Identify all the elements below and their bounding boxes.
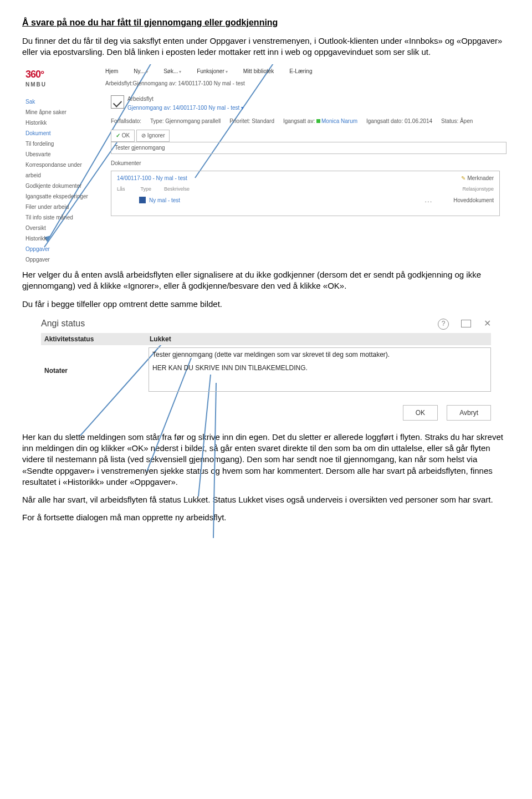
- paragraph-4: Her kan du slette meldingen som står fra…: [22, 432, 510, 488]
- sidebar-historikk-bot[interactable]: Historikk: [25, 233, 98, 244]
- sidebar-mine-apne-saker[interactable]: Mine åpne saker: [25, 107, 98, 117]
- note-icon: ✎: [461, 175, 466, 181]
- nav-funksjoner[interactable]: Funksjoner▾: [197, 68, 227, 75]
- row-actions-icon[interactable]: ...: [425, 197, 433, 204]
- sidebar-oversikt[interactable]: Oversikt: [25, 223, 98, 233]
- paragraph-2: Her velger du å enten avslå arbeidsflyte…: [22, 269, 510, 292]
- word-file-icon: [139, 197, 146, 203]
- dialog-avbryt-button[interactable]: Avbryt: [447, 405, 491, 421]
- workflow-label: Arbeidsflyt: [127, 95, 154, 103]
- dokumenter-panel: 14/00117-100 - Ny mal - test ✎ Merknader…: [111, 171, 500, 216]
- workflow-meta-row: Forfallsdato: Type: Gjennomgang parallel…: [111, 117, 473, 125]
- merknader-link[interactable]: ✎ Merknader: [461, 175, 494, 182]
- paragraph-3: Du får i begge tilfeller opp omtrent det…: [22, 299, 510, 310]
- sidebar-igangsatte[interactable]: Igangsatte ekspederinger: [25, 191, 98, 202]
- paragraph-1: Du finner det du får til deg via saksfly…: [22, 35, 510, 58]
- ok-button[interactable]: ✓ OK: [111, 130, 135, 142]
- sidebar-korrespondanse[interactable]: Korrespondanse under arbeid: [25, 160, 98, 181]
- sidebar-til-fordeling[interactable]: Til fordeling: [25, 139, 98, 149]
- workflow-checkbox-icon: [111, 95, 124, 109]
- sidebar-godkjente[interactable]: Godkjente dokumenter: [25, 181, 98, 191]
- dialog-title: Angi status: [41, 317, 85, 330]
- meta-igangsatt-dato: Igangsatt dato: 01.06.2014: [366, 117, 432, 125]
- nav-hjem[interactable]: Hjem: [105, 68, 118, 75]
- doc-table-header: Lås Type Beskrivelse: [117, 186, 190, 192]
- status-row-bg: [41, 333, 491, 345]
- maximize-icon[interactable]: [461, 320, 471, 327]
- screenshot-360-app: 360° NMBU Hjem Ny...▾ Søk...▾ Funksjoner…: [22, 64, 510, 258]
- tester-gjennomgang-field[interactable]: Tester gjennomgang: [111, 142, 507, 154]
- document-title-link[interactable]: 14/00117-100 - Ny mal - test: [117, 175, 187, 182]
- nav-sok[interactable]: Søk...▾: [163, 68, 181, 75]
- doc-row-link[interactable]: Ny mal - test: [149, 197, 180, 204]
- nav-ny[interactable]: Ny...▾: [134, 68, 148, 75]
- sidebar-filer[interactable]: Filer under arbeid: [25, 202, 98, 212]
- app-logo: 360° NMBU: [25, 68, 47, 89]
- sidebar-sak-header: Sak: [25, 96, 98, 107]
- dialog-button-row: OK Avbryt: [396, 405, 491, 421]
- ignorer-button[interactable]: ⊘ Ignorer: [136, 130, 170, 142]
- aktivitetsstatus-label: Aktivitetsstatus: [44, 335, 94, 344]
- notater-textarea[interactable]: Tester gjennomgang (dette var meldingen …: [149, 347, 491, 392]
- meta-forfallsdato: Forfallsdato:: [111, 117, 141, 125]
- aktivitetsstatus-value: Lukket: [150, 335, 171, 344]
- sidebar-til-info[interactable]: Til info siste måned: [25, 212, 98, 223]
- meta-prioritet: Prioritet: Standard: [229, 117, 274, 125]
- page-heading: Å svare på noe du har fått til gjennomga…: [22, 17, 510, 29]
- relasjonstype-value: Hoveddokument: [453, 197, 494, 204]
- help-icon[interactable]: ?: [438, 319, 449, 330]
- breadcrumb: Arbeidsflyt:Gjennomgang av: 14/00117-100…: [105, 80, 245, 88]
- meta-type: Type: Gjennomgang parallell: [150, 117, 221, 125]
- screenshot-angi-status-dialog: Angi status ? ✕ Aktivitetsstatus Lukket …: [22, 316, 510, 422]
- sidebar-oppgaver-header: Oppgaver: [25, 244, 98, 254]
- nav-elaring[interactable]: E-Læring: [289, 68, 312, 75]
- left-sidebar: Sak Mine åpne saker Historikk Dokument T…: [25, 96, 98, 265]
- close-icon[interactable]: ✕: [484, 317, 491, 330]
- relasjonstype-header: Relasjonstype: [462, 186, 494, 192]
- meta-igangsatt-av: Igangsatt av: Monica Narum: [283, 117, 357, 125]
- notater-line2: HER KAN DU SKRIVE INN DIN TILBAKEMELDING…: [152, 363, 487, 372]
- top-nav: Hjem Ny...▾ Søk...▾ Funksjoner▾ Mitt bib…: [105, 68, 312, 75]
- nav-mitt-bibliotek[interactable]: Mitt bibliotek: [243, 68, 274, 75]
- notater-line1: Tester gjennomgang (dette var meldingen …: [152, 350, 487, 359]
- meta-status: Status: Åpen: [441, 117, 473, 125]
- sidebar-ubesvarte[interactable]: Ubesvarte: [25, 149, 98, 160]
- workflow-link[interactable]: Gjennomgang av: 14/00117-100 Ny mal - te…: [127, 104, 244, 112]
- dokumenter-label: Dokumenter: [111, 160, 141, 167]
- sidebar-dokument-header: Dokument: [25, 128, 98, 139]
- logo-nmbu-text: NMBU: [25, 81, 47, 89]
- sidebar-historikk-top[interactable]: Historikk: [25, 117, 98, 128]
- logo-360-text: 360: [25, 69, 40, 80]
- dialog-ok-button[interactable]: OK: [403, 405, 438, 421]
- paragraph-6: For å fortsette dialogen må man opprette…: [22, 512, 510, 523]
- sidebar-oppgaver[interactable]: Oppgaver: [25, 254, 98, 265]
- notater-label: Notater: [44, 366, 68, 375]
- paragraph-5: Når alle har svart, vil arbeidsflyten få…: [22, 494, 510, 505]
- workflow-action-buttons: ✓ OK ⊘ Ignorer: [111, 130, 170, 142]
